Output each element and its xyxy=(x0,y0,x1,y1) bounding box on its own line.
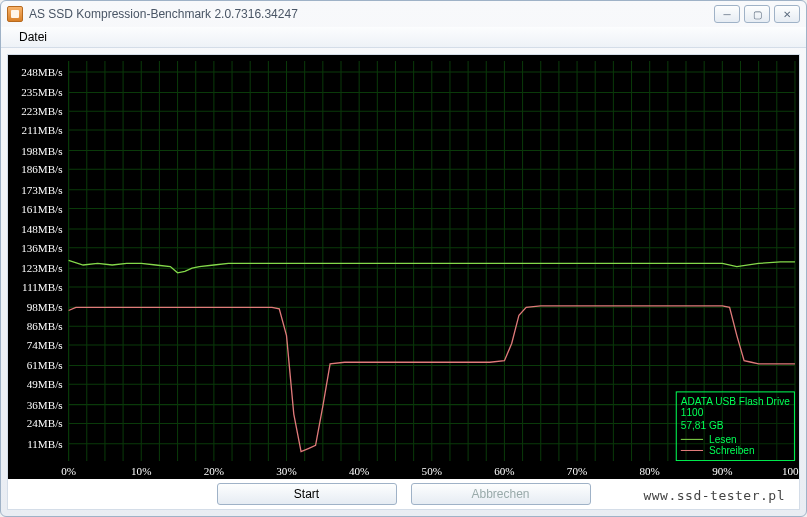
abort-button[interactable]: Abbrechen xyxy=(411,483,591,505)
legend-model: 1100 xyxy=(681,406,790,417)
svg-text:61MB/s: 61MB/s xyxy=(27,359,63,371)
svg-text:0%: 0% xyxy=(61,465,76,477)
legend-box: ADATA USB Flash Drive110057,81 GBLesenSc… xyxy=(676,391,795,461)
svg-text:223MB/s: 223MB/s xyxy=(21,105,62,117)
svg-text:248MB/s: 248MB/s xyxy=(21,66,62,78)
legend-write: Schreiben xyxy=(681,445,790,456)
legend-read: Lesen xyxy=(681,434,790,445)
window-controls: ─ ▢ ✕ xyxy=(714,5,800,23)
svg-text:123MB/s: 123MB/s xyxy=(21,262,62,274)
svg-text:50%: 50% xyxy=(422,465,442,477)
svg-text:36MB/s: 36MB/s xyxy=(27,398,63,410)
menu-datei[interactable]: Datei xyxy=(11,28,55,46)
svg-text:49MB/s: 49MB/s xyxy=(27,378,63,390)
close-button[interactable]: ✕ xyxy=(774,5,800,23)
app-icon xyxy=(7,6,23,22)
bottom-bar: Start Abbrechen xyxy=(8,479,799,509)
svg-text:198MB/s: 198MB/s xyxy=(21,144,62,156)
app-window: AS SSD Kompression-Benchmark 2.0.7316.34… xyxy=(0,0,807,517)
legend-device: ADATA USB Flash Drive xyxy=(681,395,790,406)
compression-chart: 11MB/s24MB/s36MB/s49MB/s61MB/s74MB/s86MB… xyxy=(8,55,799,479)
maximize-button[interactable]: ▢ xyxy=(744,5,770,23)
titlebar: AS SSD Kompression-Benchmark 2.0.7316.34… xyxy=(1,1,806,27)
svg-text:74MB/s: 74MB/s xyxy=(27,339,63,351)
svg-text:173MB/s: 173MB/s xyxy=(21,183,62,195)
svg-text:98MB/s: 98MB/s xyxy=(27,301,63,313)
legend-capacity: 57,81 GB xyxy=(681,419,790,430)
svg-text:80%: 80% xyxy=(640,465,660,477)
svg-text:24MB/s: 24MB/s xyxy=(27,417,63,429)
svg-text:161MB/s: 161MB/s xyxy=(21,202,62,214)
svg-text:30%: 30% xyxy=(276,465,296,477)
svg-text:235MB/s: 235MB/s xyxy=(21,86,62,98)
svg-text:11MB/s: 11MB/s xyxy=(27,438,62,450)
menubar: Datei xyxy=(1,27,806,48)
content-panel: 11MB/s24MB/s36MB/s49MB/s61MB/s74MB/s86MB… xyxy=(7,54,800,510)
svg-text:86MB/s: 86MB/s xyxy=(27,320,63,332)
start-button[interactable]: Start xyxy=(217,483,397,505)
svg-text:186MB/s: 186MB/s xyxy=(21,163,62,175)
svg-text:148MB/s: 148MB/s xyxy=(21,223,62,235)
svg-text:136MB/s: 136MB/s xyxy=(21,242,62,254)
svg-text:211MB/s: 211MB/s xyxy=(22,124,63,136)
svg-text:60%: 60% xyxy=(494,465,514,477)
chart-area: 11MB/s24MB/s36MB/s49MB/s61MB/s74MB/s86MB… xyxy=(8,55,799,479)
svg-text:40%: 40% xyxy=(349,465,369,477)
svg-text:70%: 70% xyxy=(567,465,587,477)
window-title: AS SSD Kompression-Benchmark 2.0.7316.34… xyxy=(29,7,714,21)
svg-text:90%: 90% xyxy=(712,465,732,477)
svg-text:100%: 100% xyxy=(782,465,799,477)
minimize-button[interactable]: ─ xyxy=(714,5,740,23)
svg-text:20%: 20% xyxy=(204,465,224,477)
svg-text:111MB/s: 111MB/s xyxy=(22,281,63,293)
svg-text:10%: 10% xyxy=(131,465,151,477)
